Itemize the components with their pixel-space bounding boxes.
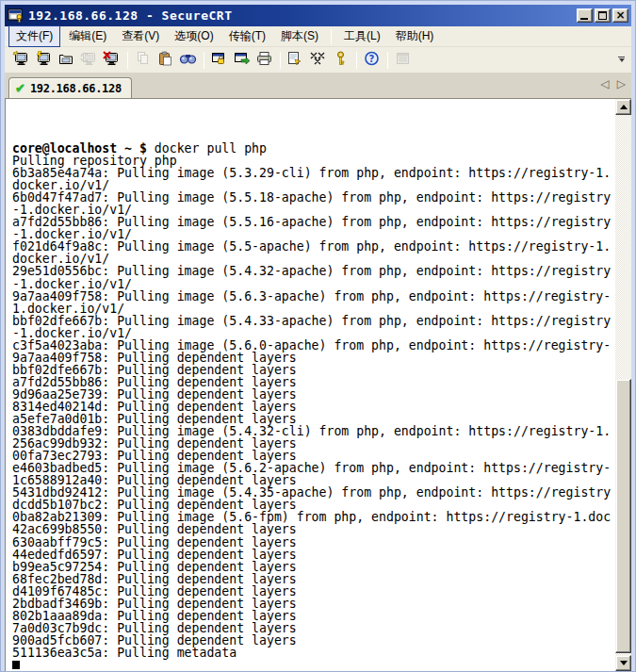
connected-check-icon: ✔	[15, 81, 25, 95]
toolbar-separator	[127, 52, 128, 69]
print-icon	[255, 51, 273, 69]
help-icon: ?	[363, 51, 381, 69]
scroll-down-button[interactable]	[615, 655, 631, 671]
scroll-down-icon	[620, 661, 628, 665]
tab-scroll-arrows: ◁ ▷	[601, 77, 626, 90]
securecrt-app-icon	[8, 8, 24, 24]
securecrt-window: 192.168.66.128 - SecureCRT × 文件(F)编辑(E)查…	[0, 0, 636, 672]
menu-item-edit[interactable]: 编辑(E)	[62, 26, 113, 46]
terminal-line: a7fd2d55bb86: Pulling dependent layers	[12, 376, 615, 388]
app-window-button	[392, 50, 414, 71]
terminal-line: 29e51d0556bc: Pulling image (5.4.32-apac…	[12, 265, 615, 277]
tab-strip: ✔ 192.168.66.128 ◁ ▷	[5, 74, 631, 98]
session-options-button[interactable]	[285, 50, 306, 71]
terminal-line: b99ea5c97254: Pulling dependent layers	[12, 561, 615, 573]
terminal-line: 42ac699b8550: Pulling dependent layers	[12, 523, 615, 535]
menu-item-options[interactable]: 选项(O)	[168, 26, 220, 46]
maximize-icon	[598, 11, 607, 20]
terminal-line: 68fec2bed78d: Pulling dependent layers	[12, 573, 615, 585]
vertical-scrollbar[interactable]	[615, 99, 631, 671]
terminal-line: 2bdbadf3469b: Pulling dependent layers	[12, 598, 615, 610]
window-transfer-button[interactable]	[231, 50, 253, 71]
terminal-line: -1.docker.io/v1/	[12, 327, 615, 339]
terminal-line: 7a0d03c7b9dc: Pulling dependent layers	[12, 622, 615, 634]
menu-item-tools[interactable]: 工具(L)	[337, 26, 387, 46]
copy-button	[132, 50, 154, 71]
scroll-up-button[interactable]	[615, 99, 631, 115]
menu-item-script[interactable]: 脚本(S)	[274, 26, 325, 46]
svg-text:?: ?	[369, 54, 375, 64]
reconnect-button	[78, 50, 100, 71]
terminal-line: 9a7aa409f758: Pulling dependent layers	[12, 352, 615, 364]
title-bar[interactable]: 192.168.66.128 - SecureCRT ×	[5, 5, 631, 26]
terminal-cursor	[12, 661, 20, 669]
terminal-client: core@localhost ~ $ docker pull phpPullin…	[5, 98, 631, 671]
menu-item-view[interactable]: 查看(V)	[115, 26, 166, 46]
keymap-icon	[309, 51, 327, 69]
close-icon: ×	[613, 8, 628, 23]
window-title: 192.168.66.128 - SecureCRT	[28, 8, 577, 23]
key-icon	[332, 51, 350, 69]
terminal-line: 44ededfd6597: Pulling dependent layers	[12, 549, 615, 561]
paste-icon	[156, 51, 174, 69]
terminal-line: 802b1aaa89da: Pulling dependent layers	[12, 610, 615, 622]
menu-bar: 文件(F)编辑(E)查看(V)选项(O)传输(T)脚本(S)工具(L)帮助(H)	[5, 26, 631, 47]
tab-scroll-right-icon[interactable]: ▷	[617, 77, 626, 90]
terminal-line: 9a7aa409f758: Pulling image (5.6.3-apach…	[12, 290, 615, 303]
toolbar-overflow-icon[interactable]	[615, 51, 628, 68]
find-icon	[179, 51, 197, 69]
cursor-line	[12, 659, 615, 669]
toolbar-separator	[387, 52, 388, 69]
terminal-screen[interactable]: core@localhost ~ $ docker pull phpPullin…	[6, 99, 615, 669]
terminal-line: d4109f67485c: Pulling dependent layers	[12, 585, 615, 598]
connect-button[interactable]	[33, 50, 55, 71]
disconnect-button[interactable]	[101, 50, 122, 71]
disconnect-icon	[103, 51, 121, 69]
copy-icon	[134, 51, 152, 69]
minimize-icon	[580, 18, 588, 20]
keymap-button[interactable]	[307, 50, 329, 71]
toolbar-separator	[204, 52, 204, 69]
window-transfer-icon	[233, 51, 251, 69]
terminal-line: -1.docker.io/v1/	[12, 278, 615, 290]
terminal-line: bbf02dfe667b: Pulling image (5.4.33-apac…	[12, 315, 615, 327]
find-button[interactable]	[177, 50, 199, 71]
terminal-line: bbf02dfe667b: Pulling dependent layers	[12, 364, 615, 376]
window-lock-icon	[210, 51, 228, 69]
close-button[interactable]: ×	[612, 8, 628, 23]
scrollbar-thumb[interactable]	[615, 379, 631, 653]
session-tab[interactable]: ✔ 192.168.66.128	[8, 77, 132, 98]
minimize-button[interactable]	[577, 8, 593, 23]
reconnect-icon	[80, 51, 98, 69]
menu-item-help[interactable]: 帮助(H)	[389, 26, 441, 46]
tab-scroll-left-icon[interactable]: ◁	[601, 77, 610, 90]
scroll-up-icon	[620, 105, 628, 109]
menu-item-transfer[interactable]: 传输(T)	[222, 26, 272, 46]
tab-label: 192.168.66.128	[30, 82, 122, 95]
quick-connect-icon	[12, 51, 30, 69]
connect-in-tab-icon	[57, 51, 75, 69]
paste-button[interactable]	[155, 50, 176, 71]
terminal-line: 511136ea3c5a: Pulling metadata	[12, 647, 615, 659]
terminal-line: 1.docker.io/v1/	[12, 303, 615, 315]
connect-icon	[35, 51, 53, 69]
print-button[interactable]	[253, 50, 275, 71]
terminal-line: 630aabff79c5: Pulling dependent layers	[12, 536, 615, 549]
toolbar: ?	[5, 47, 631, 74]
app-window-icon	[394, 51, 412, 69]
toolbar-separator	[280, 52, 281, 69]
key-button[interactable]	[330, 50, 351, 71]
quick-connect-button[interactable]	[10, 50, 32, 71]
menu-separator	[331, 29, 332, 44]
window-controls: ×	[577, 8, 628, 23]
toolbar-separator	[356, 52, 357, 69]
window-lock-button[interactable]	[208, 50, 230, 71]
session-options-icon	[286, 51, 304, 69]
terminal-line: c3f5a4023aba: Pulling image (5.6.0-apach…	[12, 339, 615, 352]
terminal-line: 900ad5fcb607: Pulling dependent layers	[12, 634, 615, 647]
maximize-button[interactable]	[595, 8, 611, 23]
menu-item-file[interactable]: 文件(F)	[8, 25, 60, 47]
connect-in-tab-button[interactable]	[56, 50, 77, 71]
help-button[interactable]: ?	[361, 50, 383, 71]
